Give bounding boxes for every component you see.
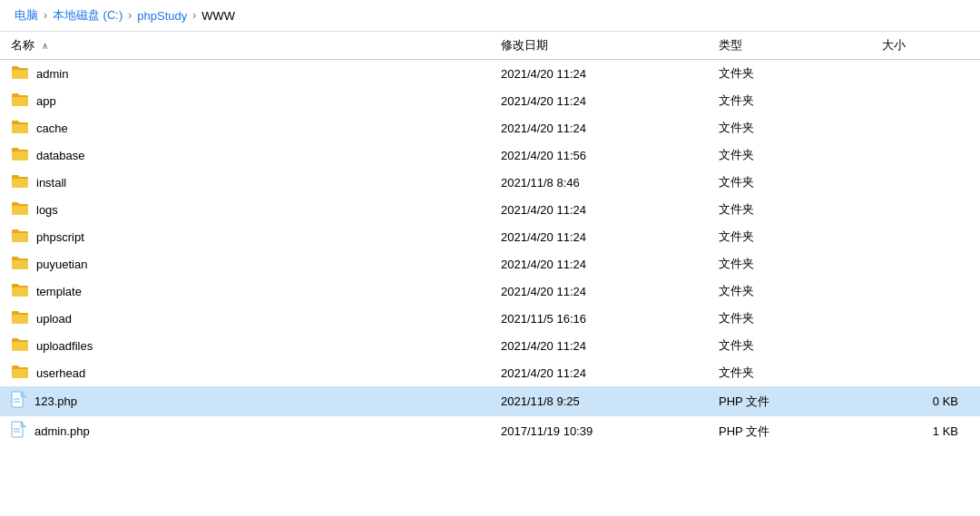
file-date: 2021/4/20 11:56: [490, 141, 708, 169]
file-type: 文件夹: [708, 196, 871, 223]
table-row[interactable]: puyuetian2021/4/20 11:24文件夹: [0, 250, 980, 277]
file-size: 1 KB: [871, 416, 980, 446]
file-date: 2021/11/8 8:46: [490, 169, 708, 196]
file-type: 文件夹: [708, 277, 871, 305]
file-type: 文件夹: [708, 359, 871, 386]
folder-icon: [11, 173, 29, 191]
file-size: [871, 60, 980, 88]
column-header-name[interactable]: 名称 ∧: [0, 32, 490, 60]
file-size: [871, 332, 980, 359]
column-header-type[interactable]: 类型: [708, 32, 871, 60]
breadcrumb: 电脑 › 本地磁盘 (C:) › phpStudy › WWW: [0, 0, 980, 32]
file-size: [871, 141, 980, 169]
file-date: 2021/4/20 11:24: [490, 223, 708, 250]
file-type: PHP 文件: [708, 386, 871, 416]
file-date: 2021/11/5 16:16: [490, 305, 708, 332]
table-row[interactable]: uploadfiles2021/4/20 11:24文件夹: [0, 332, 980, 359]
file-type: 文件夹: [708, 305, 871, 332]
file-name-text: admin.php: [34, 424, 90, 438]
file-size: [871, 305, 980, 332]
file-size: [871, 169, 980, 196]
file-size: [871, 87, 980, 114]
file-name-text: app: [36, 94, 56, 108]
file-type: 文件夹: [708, 114, 871, 141]
table-row[interactable]: logs2021/4/20 11:24文件夹: [0, 196, 980, 223]
folder-icon: [11, 200, 29, 219]
file-date: 2021/4/20 11:24: [490, 87, 708, 114]
file-type: 文件夹: [708, 87, 871, 114]
file-date: 2021/4/20 11:24: [490, 332, 708, 359]
file-name-text: template: [36, 285, 82, 298]
file-size: [871, 114, 980, 141]
file-type: PHP 文件: [708, 416, 871, 446]
folder-icon: [11, 119, 29, 137]
table-row[interactable]: 123.php2021/11/8 9:25PHP 文件0 KB: [0, 386, 980, 416]
file-date: 2021/11/8 9:25: [490, 386, 708, 416]
file-date: 2021/4/20 11:24: [490, 359, 708, 386]
file-table: 名称 ∧ 修改日期 类型 大小 admin2021/4/20 11:24文件夹: [0, 32, 980, 446]
file-explorer: 名称 ∧ 修改日期 类型 大小 admin2021/4/20 11:24文件夹: [0, 32, 980, 511]
file-date: 2017/11/19 10:39: [490, 416, 708, 446]
file-type: 文件夹: [708, 141, 871, 169]
file-name-text: upload: [36, 312, 72, 326]
column-header-date[interactable]: 修改日期: [490, 32, 708, 60]
table-row[interactable]: admin.php2017/11/19 10:39PHP 文件1 KB: [0, 416, 980, 446]
file-size: [871, 359, 980, 386]
file-name-text: puyuetian: [36, 258, 87, 271]
file-type: 文件夹: [708, 250, 871, 277]
table-row[interactable]: userhead2021/4/20 11:24文件夹: [0, 359, 980, 386]
file-size: [871, 277, 980, 305]
breadcrumb-computer[interactable]: 电脑: [15, 7, 38, 24]
file-date: 2021/4/20 11:24: [490, 277, 708, 305]
folder-icon: [11, 255, 29, 273]
breadcrumb-sep-2: ›: [128, 9, 132, 22]
file-name-text: logs: [36, 203, 58, 217]
file-name-text: uploadfiles: [36, 339, 93, 353]
file-name-text: cache: [36, 122, 68, 135]
table-row[interactable]: app2021/4/20 11:24文件夹: [0, 87, 980, 114]
table-row[interactable]: phpscript2021/4/20 11:24文件夹: [0, 223, 980, 250]
folder-icon: [11, 309, 29, 327]
folder-icon: [11, 64, 29, 83]
table-header-row: 名称 ∧ 修改日期 类型 大小: [0, 32, 980, 60]
breadcrumb-www: WWW: [201, 9, 235, 23]
folder-icon: [11, 146, 29, 164]
table-row[interactable]: cache2021/4/20 11:24文件夹: [0, 114, 980, 141]
file-date: 2021/4/20 11:24: [490, 114, 708, 141]
folder-icon: [11, 336, 29, 355]
file-date: 2021/4/20 11:24: [490, 196, 708, 223]
php-file-icon: [11, 421, 27, 442]
file-name-text: install: [36, 176, 66, 190]
table-row[interactable]: upload2021/11/5 16:16文件夹: [0, 305, 980, 332]
column-header-size[interactable]: 大小: [871, 32, 980, 60]
file-size: [871, 223, 980, 250]
breadcrumb-phpstudy[interactable]: phpStudy: [137, 9, 187, 23]
table-row[interactable]: admin2021/4/20 11:24文件夹: [0, 60, 980, 88]
file-name-text: 123.php: [34, 394, 77, 408]
breadcrumb-sep-1: ›: [44, 9, 47, 22]
breadcrumb-c-drive[interactable]: 本地磁盘 (C:): [53, 7, 122, 24]
folder-icon: [11, 92, 29, 110]
file-name-text: admin: [36, 67, 68, 81]
file-size: [871, 196, 980, 223]
file-date: 2021/4/20 11:24: [490, 60, 708, 88]
file-type: 文件夹: [708, 332, 871, 359]
breadcrumb-sep-3: ›: [192, 9, 196, 22]
folder-icon: [11, 282, 29, 300]
table-row[interactable]: install2021/11/8 8:46文件夹: [0, 169, 980, 196]
file-type: 文件夹: [708, 223, 871, 250]
folder-icon: [11, 364, 29, 382]
file-type: 文件夹: [708, 60, 871, 88]
folder-icon: [11, 228, 29, 246]
file-name-text: userhead: [36, 366, 85, 380]
table-row[interactable]: template2021/4/20 11:24文件夹: [0, 277, 980, 305]
file-size: [871, 250, 980, 277]
file-name-text: phpscript: [36, 230, 84, 244]
table-row[interactable]: database2021/4/20 11:56文件夹: [0, 141, 980, 169]
file-size: 0 KB: [871, 386, 980, 416]
php-file-icon: [11, 391, 27, 412]
sort-arrow-name: ∧: [42, 41, 48, 51]
file-type: 文件夹: [708, 169, 871, 196]
file-date: 2021/4/20 11:24: [490, 250, 708, 277]
file-name-text: database: [36, 149, 85, 162]
